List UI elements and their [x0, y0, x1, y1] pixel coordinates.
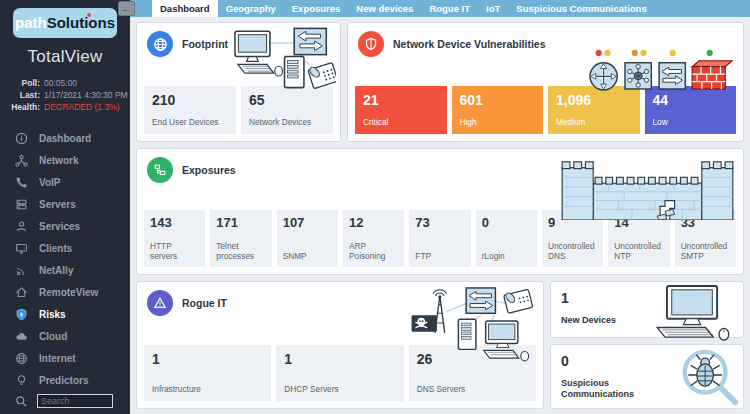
- medium-value: 1,096: [556, 92, 632, 108]
- sidebar-item-risks[interactable]: Risks: [0, 303, 130, 325]
- shield-circle-icon: [358, 31, 384, 57]
- vulnerabilities-header: Network Device Vulnerabilities: [358, 31, 546, 57]
- services-icon: [15, 220, 28, 233]
- tab-new-devices[interactable]: New devices: [348, 0, 421, 17]
- sidebar-item-label: Dashboard: [39, 133, 91, 144]
- sidebar-item-label: Cloud: [39, 331, 67, 342]
- uncontrolled-ntp-label: Uncontrolled NTP: [614, 242, 663, 262]
- status-block: Poll: 00:05:00 Last: 1/17/2021 4:30:30 P…: [0, 77, 130, 113]
- network-devices-tile[interactable]: 65 Network Devices: [241, 86, 333, 134]
- medium-tile[interactable]: 1,096 Medium: [548, 86, 640, 134]
- critical-tile[interactable]: 21 Critical: [355, 86, 447, 134]
- health-value: DEGRADED (1.3%): [44, 101, 120, 113]
- medium-label: Medium: [556, 118, 632, 128]
- infrastructure-label: Infrastructure: [152, 385, 263, 395]
- exposures-title: Exposures: [182, 164, 236, 176]
- tab-dashboard[interactable]: Dashboard: [152, 0, 218, 17]
- sidebar-menu: Dashboard Network VoIP Servers Services …: [0, 127, 130, 408]
- rlogin-tile[interactable]: 0 rLogin: [476, 210, 537, 267]
- end-user-devices-label: End User Devices: [152, 118, 228, 128]
- tab-rogue-it[interactable]: Rogue IT: [421, 0, 478, 17]
- globe-circle-icon: [147, 31, 173, 57]
- product-name: TotalView: [0, 47, 130, 67]
- network-icon: [15, 154, 28, 167]
- vulnerabilities-title: Network Device Vulnerabilities: [393, 38, 546, 50]
- low-value: 44: [653, 92, 729, 108]
- end-user-devices-tile[interactable]: 210 End User Devices: [144, 86, 236, 134]
- phone-icon: [15, 176, 28, 189]
- tab-exposures[interactable]: Exposures: [284, 0, 349, 17]
- rogue-it-card: Rogue IT: [136, 281, 544, 409]
- telnet-processes-value: 171: [216, 215, 265, 230]
- right-column: 1 New Devices 0 Suspicious Communicatio: [550, 281, 744, 409]
- sidebar-item-cloud[interactable]: Cloud: [0, 325, 130, 347]
- rogue-devices-illustration: [409, 286, 537, 364]
- exposures-card: Exposures: [136, 148, 744, 275]
- sidebar-item-services[interactable]: Services: [0, 215, 130, 237]
- cloud-icon: [15, 330, 28, 343]
- arp-poisoning-label: ARP Poisoning: [349, 242, 398, 262]
- high-tile[interactable]: 601 High: [452, 86, 544, 134]
- sidebar-item-label: Clients: [39, 243, 72, 254]
- sidebar-item-label: Servers: [39, 199, 76, 210]
- poll-row: Poll: 00:05:00: [0, 77, 130, 89]
- tab-geography[interactable]: Geography: [218, 0, 284, 17]
- sidebar-item-label: Predictors: [39, 375, 88, 386]
- network-devices-value: 65: [249, 92, 325, 108]
- dhcp-servers-label: DHCP Servers: [284, 385, 395, 395]
- uncontrolled-dns-label: Uncontrolled DNS: [548, 242, 597, 262]
- ftp-tile[interactable]: 73 FTP: [409, 210, 470, 267]
- tab-bar: Dashboard Geography Exposures New device…: [130, 0, 750, 17]
- tab-suspicious-communications[interactable]: Suspicious Communications: [508, 0, 654, 17]
- search-input[interactable]: [37, 394, 113, 408]
- arp-poisoning-tile[interactable]: 12 ARP Poisoning: [343, 210, 404, 267]
- sidebar-item-voip[interactable]: VoIP: [0, 171, 130, 193]
- exposures-header: Exposures: [147, 157, 236, 183]
- infrastructure-tile[interactable]: 1 Infrastructure: [144, 345, 271, 401]
- wifi-icon: [15, 264, 28, 277]
- castle-illustration: [560, 156, 735, 220]
- last-value: 1/17/2021 4:30:30 PM: [44, 89, 128, 101]
- suspicious-communications-label: Suspicious Communications: [561, 378, 671, 400]
- sidebar-item-remoteview[interactable]: RemoteView: [0, 281, 130, 303]
- low-label: Low: [653, 118, 729, 128]
- lightbulb-icon: [15, 374, 28, 387]
- sidebar-item-clients[interactable]: Clients: [0, 237, 130, 259]
- main-area: Dashboard Geography Exposures New device…: [130, 0, 750, 414]
- http-servers-tile[interactable]: 143 HTTP servers: [144, 210, 205, 267]
- dhcp-servers-value: 1: [284, 351, 395, 367]
- http-servers-label: HTTP servers: [150, 242, 199, 262]
- http-servers-value: 143: [150, 215, 199, 230]
- sidebar-item-label: NetAlly: [39, 265, 73, 276]
- uncontrolled-smtp-label: Uncontrolled SMTP: [681, 242, 730, 262]
- rogue-it-title: Rogue IT: [182, 297, 227, 309]
- new-devices-card[interactable]: 1 New Devices: [550, 281, 744, 338]
- sidebar-item-dashboard[interactable]: Dashboard: [0, 127, 130, 149]
- ftp-label: FTP: [415, 252, 464, 262]
- telnet-processes-tile[interactable]: 171 Telnet processes: [210, 210, 271, 267]
- sidebar-item-netally[interactable]: NetAlly: [0, 259, 130, 281]
- dns-servers-label: DNS Servers: [417, 385, 528, 395]
- computer-illustration: [649, 285, 737, 341]
- critical-label: Critical: [363, 118, 439, 128]
- pathsolutions-logo[interactable]: pathSolutions: [13, 8, 117, 38]
- sidebar-item-label: Network: [39, 155, 78, 166]
- footprint-card: Footprint: [136, 22, 341, 142]
- end-user-devices-value: 210: [152, 92, 228, 108]
- tab-iot[interactable]: IoT: [478, 0, 508, 17]
- dhcp-servers-tile[interactable]: 1 DHCP Servers: [276, 345, 403, 401]
- suspicious-communications-card[interactable]: 0 Suspicious Communications: [550, 344, 744, 409]
- sidebar-item-servers[interactable]: Servers: [0, 193, 130, 215]
- vulnerability-tiles: 21 Critical 601 High 1,096 Medium 44 Low: [355, 86, 736, 134]
- sidebar: ← pathSolutions TotalView Poll: 00:05:00…: [0, 0, 130, 414]
- sidebar-item-predictors[interactable]: Predictors: [0, 369, 130, 391]
- snmp-tile[interactable]: 107 SNMP: [277, 210, 338, 267]
- low-tile[interactable]: 44 Low: [645, 86, 737, 134]
- sidebar-item-internet[interactable]: Internet: [0, 347, 130, 369]
- clients-icon: [15, 242, 28, 255]
- dashboard-content: Footprint: [130, 17, 750, 414]
- sidebar-collapse-button[interactable]: ←: [118, 1, 135, 16]
- last-row: Last: 1/17/2021 4:30:30 PM: [0, 89, 130, 101]
- snmp-label: SNMP: [283, 252, 332, 262]
- sidebar-item-network[interactable]: Network: [0, 149, 130, 171]
